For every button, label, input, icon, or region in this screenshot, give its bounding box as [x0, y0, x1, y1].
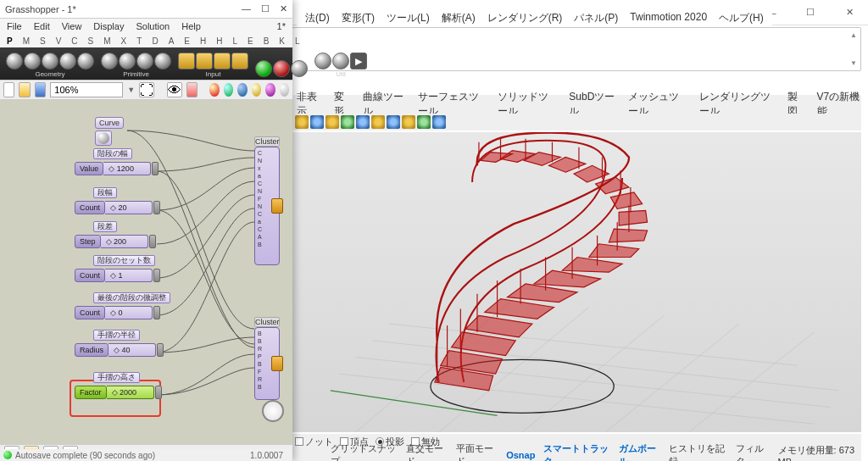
ribbon-icon[interactable] — [42, 53, 58, 69]
gh-ribbon-tab[interactable]: C — [71, 36, 77, 46]
shade-red-icon[interactable] — [209, 83, 219, 97]
gh-menu-item[interactable]: File — [7, 21, 22, 31]
gh-menu[interactable]: FileEditViewDisplaySolutionHelp — [7, 21, 201, 31]
gh-toolbar[interactable]: ▼ ⛶ 👁 — [0, 80, 292, 100]
gh-ribbon-tab[interactable]: E — [184, 36, 190, 46]
gh-ribbon-tab[interactable]: S — [88, 36, 94, 46]
gh-ribbon[interactable]: GeometryPrimitiveInputUtil — [0, 47, 292, 80]
gh-ribbon-tab[interactable]: M — [103, 36, 110, 46]
gh-close-button[interactable]: ✕ — [280, 3, 287, 14]
ribbon-icon[interactable] — [196, 53, 213, 69]
cluster-1[interactable]: Cluster CNxaCNFNCaCAB — [254, 147, 280, 265]
rhino-close-button[interactable]: ✕ — [837, 7, 861, 18]
cluster-2[interactable]: Cluster BBRPBFRB — [254, 327, 280, 400]
ribbon-icon[interactable] — [101, 53, 118, 69]
rhino-menu-item[interactable]: Twinmotion 2020 — [630, 11, 707, 25]
rhino-toolbar-tabs[interactable]: 非表示変形曲線ツールサーフェスツールソリッドツールSubDツールメッシュツールレ… — [292, 95, 861, 114]
gh-ribbon-tab[interactable]: H — [216, 36, 222, 46]
slider-node[interactable]: Count◇ 1 — [75, 268, 160, 283]
ribbon-icon[interactable] — [231, 53, 248, 69]
slider-node[interactable]: Factor◇ 2000 — [75, 385, 162, 400]
shade-green-icon[interactable] — [224, 83, 233, 97]
slider-node[interactable]: Value◇ 1200 — [75, 161, 159, 176]
gh-ribbon-tab[interactable]: T — [136, 36, 142, 46]
gh-ribbon-tab[interactable]: K — [279, 36, 285, 46]
shade-white-icon[interactable] — [280, 83, 289, 97]
ribbon-icon[interactable] — [255, 60, 272, 77]
ribbon-icon[interactable] — [136, 53, 153, 69]
rhino-menu-item[interactable]: 変形(T) — [342, 11, 375, 25]
rhino-viewport[interactable] — [292, 132, 861, 432]
gh-ribbon-tab[interactable]: E — [248, 36, 253, 46]
gh-ribbon-tab[interactable]: V — [56, 36, 62, 46]
rhino-toolbar-icons[interactable] — [292, 114, 861, 131]
ribbon-icon[interactable] — [6, 53, 23, 69]
ribbon-icon[interactable] — [291, 60, 308, 77]
slider-node[interactable]: Count◇ 20 — [75, 200, 160, 215]
status-item[interactable]: スマートトラック — [543, 442, 610, 461]
ribbon-icon[interactable] — [314, 53, 331, 69]
curve-icon[interactable] — [95, 131, 112, 146]
shade-purple-icon[interactable] — [265, 83, 275, 97]
gh-ribbon-tab[interactable]: D — [152, 36, 158, 46]
shade-blue-icon[interactable] — [237, 83, 247, 97]
gh-menu-item[interactable]: Solution — [136, 21, 170, 31]
ribbon-icon[interactable] — [178, 53, 195, 69]
zoom-field[interactable] — [50, 82, 123, 97]
status-item[interactable]: ガムボール — [619, 442, 660, 461]
shade-yellow-icon[interactable] — [252, 83, 261, 97]
gh-ribbon-tab[interactable]: H — [200, 36, 206, 46]
slider-node[interactable]: Radius◇ 40 — [75, 342, 164, 358]
ribbon-icon[interactable] — [59, 53, 76, 69]
gh-ribbon-tabs[interactable]: PMSVCSMXTDAEHHLEBKL — [0, 34, 292, 47]
gh-ribbon-tab[interactable]: S — [40, 36, 46, 46]
new-doc-icon[interactable] — [3, 82, 14, 97]
status-item[interactable]: グリッドスナップ — [331, 442, 398, 461]
osnap-option[interactable]: ノット — [295, 436, 333, 448]
ribbon-icon[interactable] — [154, 53, 171, 69]
slider-node[interactable]: Count◇ 0 — [75, 305, 160, 320]
gh-ribbon-tab[interactable]: A — [169, 36, 175, 46]
rhino-menu-item[interactable]: レンダリング(R) — [487, 11, 563, 25]
status-item[interactable]: フィルタ — [736, 442, 769, 461]
rhino-menu-item[interactable]: パネル(P) — [574, 11, 618, 25]
status-item[interactable]: 直交モード — [406, 442, 448, 461]
gh-menu-item[interactable]: View — [62, 21, 82, 31]
gh-canvas[interactable]: Curve Cluster CNxaCNFNCaCAB Cluster BBRP… — [0, 100, 292, 444]
ribbon-icon[interactable] — [350, 53, 367, 69]
rhino-menu-item[interactable]: ツール(L) — [387, 11, 430, 25]
preview-icon[interactable]: 👁 — [167, 82, 182, 97]
rhino-menu-item[interactable]: ヘルプ(H) — [719, 11, 764, 25]
gh-ribbon-tab[interactable]: X — [121, 36, 127, 46]
slider-node[interactable]: Step◇ 200 — [75, 234, 156, 249]
rhino-menu-item[interactable]: 法(D) — [305, 11, 330, 25]
open-doc-icon[interactable] — [19, 82, 30, 97]
save-doc-icon[interactable] — [35, 82, 46, 97]
rhino-menubar[interactable]: 法(D)変形(T)ツール(L)解析(A)レンダリング(R)パネル(P)Twinm… — [297, 8, 772, 29]
gh-menu-item[interactable]: Edit — [34, 21, 50, 31]
compass-icon[interactable] — [262, 400, 284, 422]
status-item[interactable]: Osnap — [506, 450, 535, 460]
ribbon-icon[interactable] — [119, 53, 136, 69]
gh-ribbon-tab[interactable]: L — [295, 36, 300, 46]
rhino-command-area[interactable]: ▲▼ — [292, 27, 861, 71]
curve-param[interactable]: Curve — [95, 117, 124, 129]
status-item[interactable]: 平面モード — [456, 442, 498, 461]
rhino-menu-item[interactable]: 解析(A) — [442, 11, 476, 25]
ribbon-icon[interactable] — [24, 53, 41, 69]
gh-menu-item[interactable]: Help — [181, 21, 201, 31]
gh-ribbon-tab[interactable]: L — [232, 36, 237, 46]
gh-ribbon-tab[interactable]: M — [23, 36, 30, 46]
gh-min-button[interactable]: — — [242, 3, 251, 14]
gh-max-button[interactable]: ☐ — [261, 3, 270, 14]
ribbon-icon[interactable] — [273, 60, 290, 77]
sketch-icon[interactable] — [186, 82, 198, 97]
gh-ribbon-tab[interactable]: B — [264, 36, 270, 46]
rhino-max-button[interactable]: ☐ — [798, 7, 822, 18]
ribbon-icon[interactable] — [332, 53, 349, 69]
zoom-extents-icon[interactable]: ⛶ — [139, 82, 154, 97]
ribbon-icon[interactable] — [214, 53, 231, 69]
ribbon-icon[interactable] — [77, 53, 94, 69]
status-item[interactable]: ヒストリを記録 — [669, 442, 727, 461]
gh-menu-item[interactable]: Display — [93, 21, 124, 31]
